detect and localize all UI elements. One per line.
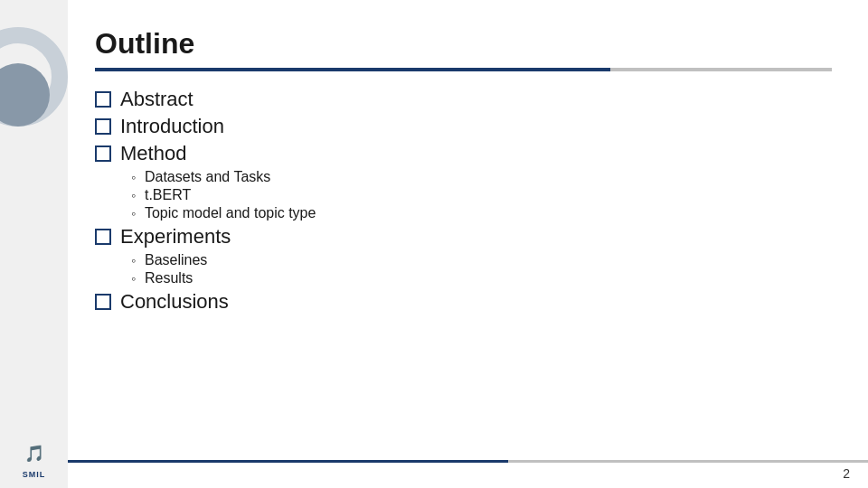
sub-item-datasets: Datasets and Tasks <box>131 169 832 185</box>
smil-logo: 🎵 SMIL <box>5 444 63 481</box>
label-introduction: Introduction <box>120 115 224 138</box>
label-abstract: Abstract <box>120 88 193 111</box>
main-item-method: Method <box>95 142 832 165</box>
label-baselines: Baselines <box>145 252 207 268</box>
sub-item-baselines: Baselines <box>131 252 832 268</box>
bullet-method <box>95 145 111 162</box>
slide-title: Outline <box>95 27 832 61</box>
main-item-conclusions: Conclusions <box>95 290 832 314</box>
main-item-experiments: Experiments <box>95 225 832 249</box>
main-content: Outline Abstract Introduction Method Dat… <box>68 0 868 488</box>
label-experiments: Experiments <box>120 225 231 249</box>
bullet-introduction <box>95 118 111 135</box>
label-tbert: t.BERT <box>145 187 191 203</box>
main-item-introduction: Introduction <box>95 115 832 138</box>
top-divider <box>95 68 832 71</box>
label-results: Results <box>145 270 193 286</box>
left-sidebar: 🎵 SMIL <box>0 0 68 488</box>
outline-list: Abstract Introduction Method Datasets an… <box>95 88 832 314</box>
label-method: Method <box>120 142 186 165</box>
label-topic-model: Topic model and topic type <box>145 205 316 221</box>
slide: 🎵 SMIL Outline Abstract Introduction Met… <box>0 0 868 488</box>
smil-icon: 🎵 <box>5 444 63 464</box>
bottom-divider <box>68 460 868 463</box>
label-datasets: Datasets and Tasks <box>145 169 270 185</box>
label-conclusions: Conclusions <box>120 290 229 314</box>
sub-item-topic-model: Topic model and topic type <box>131 205 832 221</box>
page-number: 2 <box>843 466 850 481</box>
bullet-abstract <box>95 91 111 108</box>
sub-item-tbert: t.BERT <box>131 187 832 203</box>
main-item-abstract: Abstract <box>95 88 832 111</box>
bullet-conclusions <box>95 294 111 310</box>
bullet-experiments <box>95 229 111 245</box>
method-sub-list: Datasets and Tasks t.BERT Topic model an… <box>131 169 832 221</box>
experiments-sub-list: Baselines Results <box>131 252 832 286</box>
sub-item-results: Results <box>131 270 832 286</box>
smil-label: SMIL <box>23 470 46 479</box>
